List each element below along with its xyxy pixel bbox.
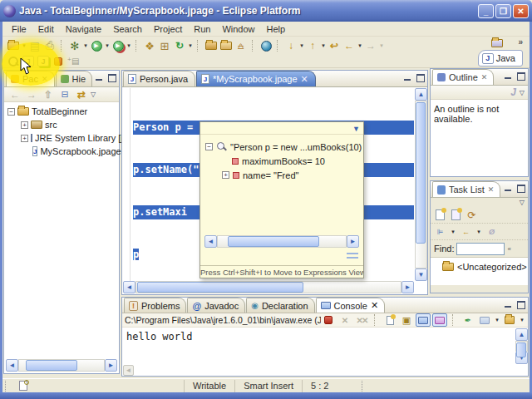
collapse-all-icon[interactable]: ⊟: [57, 88, 72, 101]
title-bar[interactable]: Java - TotalBeginner/MyScrapbook.jpage -…: [0, 0, 532, 22]
back-dropdown-icon[interactable]: ▾: [357, 42, 363, 49]
refresh-button[interactable]: ↻: [172, 39, 187, 52]
synchronize-icon[interactable]: ⟳: [466, 209, 478, 221]
menu-window[interactable]: Window: [216, 22, 260, 36]
open-console-icon[interactable]: [502, 313, 517, 327]
view-mode-icon[interactable]: ⊫: [434, 226, 446, 238]
console-vscrollbar[interactable]: ▲ ▼: [515, 328, 528, 364]
menu-file[interactable]: File: [6, 22, 32, 36]
back-button[interactable]: ←: [342, 39, 357, 52]
search-button[interactable]: [219, 39, 234, 52]
link-with-editor-icon[interactable]: ⇄: [74, 88, 89, 101]
tab-hierarchy[interactable]: Hie: [56, 71, 93, 86]
open-type-button[interactable]: [204, 39, 219, 52]
editor-vscrollbar[interactable]: ▲ ▼: [415, 88, 427, 281]
new-task-icon[interactable]: [434, 209, 446, 221]
display-console-dropdown-icon[interactable]: ▾: [494, 317, 500, 323]
console-output[interactable]: hello world: [123, 328, 515, 364]
tab-declaration[interactable]: ◉ Declaration: [246, 298, 314, 313]
outline-sort-icon[interactable]: J: [510, 86, 516, 98]
pin-console-icon[interactable]: ✒: [461, 313, 475, 327]
explorer-up-icon[interactable]: ⇧: [41, 88, 56, 101]
minimize-view-icon[interactable]: [95, 73, 104, 81]
tab-problems[interactable]: ! Problems: [124, 298, 186, 313]
scroll-thumb[interactable]: [516, 342, 526, 357]
new-category-icon[interactable]: [450, 209, 462, 221]
task-back-dropdown-icon[interactable]: ▾: [475, 229, 482, 235]
launch-button[interactable]: 🜁: [234, 39, 249, 52]
expand-icon[interactable]: +: [21, 121, 28, 129]
restore-button[interactable]: ❐: [495, 4, 511, 18]
menu-edit[interactable]: Edit: [32, 22, 60, 36]
external-tools-button[interactable]: ▶: [111, 39, 126, 52]
code-line[interactable]: p: [133, 249, 139, 260]
toolbar-overflow-icon[interactable]: »: [518, 37, 523, 47]
tab-myscrapbook-jpage[interactable]: J *MyScrapbook.jpage ✕: [196, 71, 316, 86]
explorer-back-icon[interactable]: ←: [7, 88, 22, 101]
run-dropdown-icon[interactable]: ▾: [104, 42, 111, 49]
scroll-left-icon[interactable]: ◄: [204, 235, 217, 248]
tab-javadoc[interactable]: @ Javadoc: [187, 298, 245, 313]
forward-button[interactable]: →: [363, 39, 378, 52]
outline-view-menu-icon[interactable]: ▽: [520, 89, 525, 96]
remove-all-launches-icon[interactable]: ✕✕: [354, 313, 369, 327]
next-annotation-button[interactable]: ↓: [283, 39, 298, 52]
menu-search[interactable]: Search: [107, 22, 148, 36]
task-back-icon[interactable]: ←: [460, 226, 472, 238]
popup-child-item[interactable]: + name= "Fred": [205, 168, 362, 182]
explorer-hscrollbar[interactable]: ◄ ►: [6, 359, 117, 372]
menu-navigate[interactable]: Navigate: [60, 22, 107, 36]
new-java-project-button[interactable]: ❖: [142, 39, 157, 52]
run-button[interactable]: ▶: [89, 39, 104, 52]
minimize-view-icon[interactable]: [504, 71, 513, 80]
new-java-class-button[interactable]: ⊞: [157, 39, 172, 52]
scroll-left-icon[interactable]: ◄: [6, 359, 18, 372]
maximize-view-icon[interactable]: [516, 184, 525, 192]
view-mode-dropdown-icon[interactable]: ▾: [450, 229, 456, 235]
external-tools-dropdown-icon[interactable]: ▾: [126, 42, 132, 49]
scroll-thumb[interactable]: [137, 282, 303, 293]
scroll-right-icon[interactable]: ►: [105, 359, 117, 372]
console-hscrollbar[interactable]: ◄: [123, 364, 134, 376]
explorer-view-menu-icon[interactable]: ▽: [91, 91, 96, 98]
show-on-stderr-toggle[interactable]: [432, 313, 447, 327]
tree-item-project[interactable]: − TotalBeginner: [7, 105, 119, 118]
expand-icon[interactable]: +: [21, 135, 28, 142]
tab-person-java[interactable]: J Person.java: [123, 71, 195, 86]
previous-annotation-dropdown-icon[interactable]: ▾: [320, 42, 327, 49]
scroll-thumb[interactable]: [416, 102, 426, 244]
hide-completed-icon[interactable]: Ø: [485, 226, 498, 238]
open-console-dropdown-icon[interactable]: ▾: [519, 317, 525, 323]
previous-annotation-button[interactable]: ↑: [305, 39, 320, 52]
tree-item-src[interactable]: + src: [7, 118, 119, 131]
scroll-right-icon[interactable]: ►: [347, 235, 359, 248]
collapse-icon[interactable]: −: [7, 108, 15, 116]
scroll-down-icon[interactable]: ▼: [415, 268, 427, 281]
scroll-thumb[interactable]: [228, 236, 319, 247]
maximize-view-icon[interactable]: [516, 300, 525, 308]
terminate-icon[interactable]: [321, 313, 336, 327]
menu-project[interactable]: Project: [148, 22, 188, 36]
collapse-find-icon[interactable]: «: [507, 245, 510, 253]
find-input[interactable]: [456, 243, 505, 255]
tab-task-list[interactable]: Task List ✕: [432, 181, 500, 197]
menu-run[interactable]: Run: [188, 22, 216, 36]
editor-hscrollbar[interactable]: ◄ ►: [123, 281, 414, 293]
set-imports-button[interactable]: ⁺▤: [66, 55, 81, 68]
refresh-dropdown-icon[interactable]: ▾: [187, 42, 194, 49]
scroll-up-icon[interactable]: ▲: [515, 328, 528, 341]
display-console-icon[interactable]: [477, 313, 492, 327]
tree-item-jre[interactable]: + JRE System Library [j: [7, 131, 119, 145]
minimize-view-icon[interactable]: [504, 300, 513, 308]
explorer-forward-icon[interactable]: →: [24, 88, 39, 101]
show-on-stdout-toggle[interactable]: [416, 313, 431, 327]
popup-root-item[interactable]: − "Person p = new ...umBooks(10); p"= P: [205, 140, 362, 154]
minimize-editor-icon[interactable]: [403, 73, 412, 81]
tree-item-scrapbook[interactable]: J MyScrapbook.jpage: [7, 145, 119, 158]
maximize-view-icon[interactable]: [107, 73, 116, 81]
next-annotation-dropdown-icon[interactable]: ▾: [298, 42, 305, 49]
minimize-button[interactable]: _: [478, 4, 494, 18]
popup-resize-grip[interactable]: [347, 253, 358, 259]
menu-help[interactable]: Help: [261, 22, 292, 36]
close-button[interactable]: ✕: [513, 4, 529, 18]
